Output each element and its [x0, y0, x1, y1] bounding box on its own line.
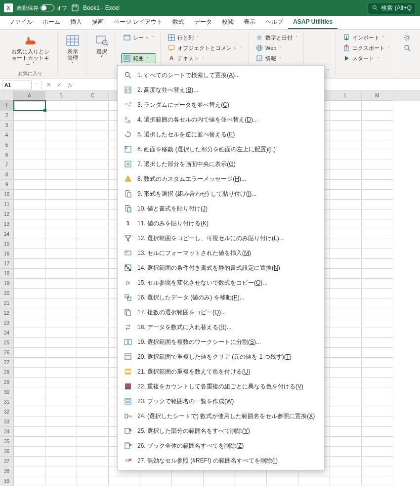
cell[interactable]	[330, 190, 362, 200]
cell[interactable]	[362, 328, 393, 338]
cell[interactable]	[14, 249, 45, 259]
menu-item-27[interactable]: 27. 無効なセル参照 (#REF!) の範囲名すべてを削除(I)	[118, 453, 324, 468]
cell[interactable]	[77, 140, 109, 150]
cell[interactable]	[14, 298, 45, 308]
name-box[interactable]	[2, 81, 32, 89]
cell[interactable]	[267, 476, 298, 486]
column-header[interactable]: M	[362, 91, 393, 101]
cell[interactable]	[77, 170, 109, 180]
menu-item-14[interactable]: 14. 選択範囲の条件付き書式を静的書式設定に置換(N)	[118, 260, 324, 275]
row-header[interactable]: 34	[0, 427, 14, 437]
cell[interactable]	[45, 397, 77, 407]
cell[interactable]	[330, 180, 362, 190]
range-button[interactable]: 範囲˅	[121, 53, 156, 63]
cell[interactable]	[45, 200, 77, 210]
menu-item-21[interactable]: 21. 選択範囲の重複を数えて色を付ける(U)	[118, 364, 324, 379]
cell[interactable]	[362, 358, 393, 368]
cell[interactable]	[77, 338, 109, 348]
cell[interactable]	[14, 328, 45, 338]
cell[interactable]	[362, 466, 393, 476]
cell[interactable]	[77, 298, 109, 308]
cell[interactable]	[362, 101, 393, 111]
row-header[interactable]: 9	[0, 180, 14, 190]
row-header[interactable]: 3	[0, 121, 14, 130]
cell[interactable]	[77, 219, 109, 229]
row-header[interactable]: 18	[0, 269, 14, 279]
cell[interactable]	[45, 249, 77, 259]
row-header[interactable]: 26	[0, 348, 14, 358]
menu-item-24[interactable]: A124. (選択したシートで) 数式が使用した範囲名をセル参照に置換(X)	[118, 409, 324, 423]
cell[interactable]	[204, 476, 235, 486]
select-all-corner[interactable]	[0, 91, 14, 101]
menu-item-19[interactable]: 19. 選択範囲を複数のワークシートに分割(S)...	[118, 335, 324, 349]
cell[interactable]	[45, 219, 77, 229]
cell[interactable]	[330, 338, 362, 348]
row-header[interactable]: 21	[0, 298, 14, 308]
search-ribbon-button[interactable]	[401, 43, 413, 53]
cell[interactable]	[14, 289, 45, 298]
cell[interactable]	[45, 407, 77, 417]
search-box[interactable]: 検索 (Alt+Q	[368, 2, 416, 14]
cell[interactable]	[109, 476, 140, 486]
row-header[interactable]: 16	[0, 249, 14, 259]
cell[interactable]	[77, 269, 109, 279]
cell[interactable]	[330, 387, 362, 397]
cell[interactable]	[14, 417, 45, 427]
row-header[interactable]: 33	[0, 417, 14, 427]
column-header[interactable]: B	[45, 91, 77, 101]
save-icon[interactable]	[71, 4, 79, 12]
cell[interactable]	[362, 368, 393, 378]
cell[interactable]	[45, 368, 77, 378]
cell[interactable]	[14, 348, 45, 358]
menu-item-4[interactable]: AZ4. 選択範囲の各セルの内で値を並べ替え(D)...	[118, 112, 324, 127]
cell[interactable]	[362, 318, 393, 328]
cell[interactable]	[362, 249, 393, 259]
cell[interactable]	[362, 279, 393, 289]
menu-item-18[interactable]: 18. データを数式に入れ替える(R)...	[118, 320, 324, 335]
cell[interactable]	[330, 298, 362, 308]
cell[interactable]	[330, 368, 362, 378]
cell[interactable]	[77, 368, 109, 378]
cell[interactable]	[77, 466, 109, 476]
cell[interactable]	[330, 219, 362, 229]
cell[interactable]	[14, 160, 45, 170]
row-header[interactable]: 22	[0, 308, 14, 318]
cell[interactable]	[77, 417, 109, 427]
cancel-formula-icon[interactable]: ✕	[44, 82, 53, 88]
cell[interactable]	[330, 239, 362, 249]
cell[interactable]	[330, 457, 362, 466]
row-header[interactable]: 30	[0, 387, 14, 397]
tab-7[interactable]: 校閲	[217, 15, 239, 29]
column-header[interactable]: A	[14, 91, 45, 101]
row-header[interactable]: 2	[0, 111, 14, 121]
cell[interactable]	[77, 328, 109, 338]
cell[interactable]	[45, 180, 77, 190]
cell[interactable]	[14, 338, 45, 348]
cell[interactable]	[77, 160, 109, 170]
cell[interactable]	[77, 229, 109, 239]
cell[interactable]	[45, 170, 77, 180]
help-button[interactable]	[401, 53, 413, 63]
cell[interactable]	[77, 387, 109, 397]
cell[interactable]	[330, 417, 362, 427]
menu-item-7[interactable]: 7. 選択した部分を画面中央に表示(G)	[118, 157, 324, 171]
tab-2[interactable]: 挿入	[65, 15, 87, 29]
cell[interactable]	[45, 121, 77, 130]
cell[interactable]	[362, 476, 393, 486]
menu-item-23[interactable]: 23. ブックで範囲名の一覧を作成(W)	[118, 394, 324, 409]
cell[interactable]	[362, 130, 393, 140]
cell[interactable]	[45, 279, 77, 289]
cell[interactable]	[362, 121, 393, 130]
cell[interactable]	[45, 298, 77, 308]
cell[interactable]	[362, 407, 393, 417]
cell[interactable]	[330, 308, 362, 318]
cell[interactable]	[330, 348, 362, 358]
accept-formula-icon[interactable]: ✓	[55, 82, 64, 88]
cell[interactable]	[14, 140, 45, 150]
menu-item-13[interactable]: 13. セルにフォーマットされた値を挿入(M)	[118, 246, 324, 260]
cell[interactable]	[330, 140, 362, 150]
cell[interactable]	[45, 239, 77, 249]
cell[interactable]	[298, 476, 330, 486]
cell[interactable]	[77, 308, 109, 318]
cell[interactable]	[45, 190, 77, 200]
